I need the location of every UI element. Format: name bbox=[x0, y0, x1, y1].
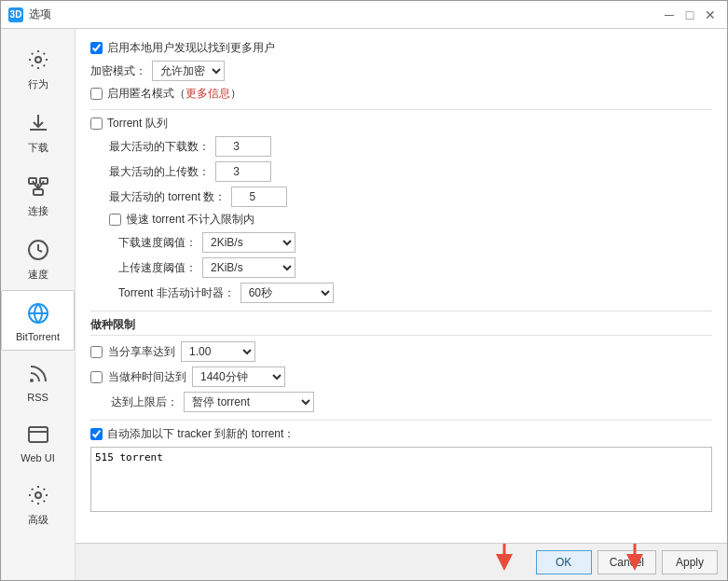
dl-threshold-select[interactable]: 2KiB/s bbox=[202, 232, 295, 253]
connection-icon bbox=[23, 172, 53, 201]
divider-2 bbox=[90, 311, 712, 311]
close-button[interactable]: ✕ bbox=[701, 6, 720, 24]
max-torrents-input[interactable] bbox=[231, 187, 287, 207]
seed-time-select[interactable]: 1440分钟 bbox=[192, 367, 285, 387]
main-panel: 启用本地用户发现以找到更多用户 加密模式： 允许加密 启用匿名模式（更多信息） bbox=[76, 29, 727, 580]
titlebar: 3D 选项 ─ □ ✕ bbox=[1, 1, 727, 29]
seed-time-label[interactable]: 当做种时间达到 bbox=[108, 369, 186, 385]
anonymous-more-link[interactable]: 更多信息 bbox=[185, 87, 230, 100]
ul-threshold-label: 上传速度阈值： bbox=[118, 260, 197, 276]
torrent-queue-section: Torrent 队列 最大活动的下载数： 最大活动的上传数： 最大活动的 tor… bbox=[90, 116, 712, 303]
auto-tracker-section: 自动添加以下 tracker 到新的 torrent： 515 torrent bbox=[90, 426, 712, 515]
anonymous-label: 启用匿名模式（更多信息） bbox=[107, 86, 241, 102]
titlebar-left: 3D 选项 bbox=[8, 7, 51, 22]
inactive-timer-select[interactable]: 60秒 bbox=[240, 283, 334, 303]
seed-time-row: 当做种时间达到 1440分钟 bbox=[90, 367, 712, 387]
sidebar-item-download[interactable]: 下载 bbox=[1, 100, 75, 163]
share-ratio-checkbox[interactable] bbox=[90, 346, 103, 358]
auto-tracker-checkbox[interactable] bbox=[90, 428, 103, 440]
encryption-row: 加密模式： 允许加密 bbox=[90, 61, 712, 81]
bottom-bar: OK Cancel Apply bbox=[76, 543, 727, 580]
content-area: 行为 下载 连接 速度 bbox=[1, 29, 727, 580]
sidebar-item-bittorrent[interactable]: BitTorrent bbox=[1, 290, 75, 351]
svg-point-0 bbox=[35, 57, 41, 62]
sidebar-item-connection[interactable]: 连接 bbox=[1, 163, 75, 227]
limit-action-row: 达到上限后： 暂停 torrent bbox=[90, 392, 712, 412]
window-controls: ─ □ ✕ bbox=[660, 6, 720, 24]
rss-icon bbox=[23, 359, 53, 389]
speed-icon bbox=[23, 235, 53, 265]
connection-label: 连接 bbox=[28, 204, 48, 218]
svg-point-9 bbox=[31, 380, 33, 381]
max-torrents-label: 最大活动的 torrent 数： bbox=[109, 189, 226, 205]
local-discovery-row: 启用本地用户发现以找到更多用户 bbox=[90, 40, 712, 56]
ok-button[interactable]: OK bbox=[536, 550, 592, 574]
download-icon bbox=[23, 108, 53, 138]
app-icon: 3D bbox=[8, 7, 23, 22]
bittorrent-label: BitTorrent bbox=[16, 331, 60, 342]
divider-3 bbox=[90, 420, 712, 421]
divider-1 bbox=[90, 109, 712, 110]
svg-point-12 bbox=[35, 492, 41, 498]
limit-action-select[interactable]: 暂停 torrent bbox=[184, 392, 314, 412]
webui-icon bbox=[23, 420, 53, 450]
max-downloads-input[interactable] bbox=[215, 136, 271, 157]
slow-torrent-row: 慢速 torrent 不计入限制内 bbox=[109, 212, 712, 228]
inactive-timer-label: Torrent 非活动计时器： bbox=[118, 285, 235, 301]
ok-arrow-indicator bbox=[486, 544, 542, 572]
svg-rect-10 bbox=[29, 427, 48, 442]
encryption-label: 加密模式： bbox=[90, 63, 146, 79]
apply-button[interactable]: Apply bbox=[662, 550, 718, 574]
encryption-select[interactable]: 允许加密 bbox=[152, 61, 225, 81]
auto-tracker-label[interactable]: 自动添加以下 tracker 到新的 torrent： bbox=[107, 426, 295, 442]
ul-threshold-select[interactable]: 2KiB/s bbox=[202, 257, 295, 278]
behavior-icon bbox=[23, 45, 53, 75]
max-uploads-input[interactable] bbox=[215, 161, 271, 182]
advanced-icon bbox=[23, 480, 53, 510]
share-ratio-select[interactable]: 1.00 bbox=[181, 341, 255, 362]
behavior-label: 行为 bbox=[28, 77, 48, 91]
dl-threshold-row: 下载速度阈值： 2KiB/s bbox=[118, 232, 712, 253]
anonymous-checkbox[interactable] bbox=[90, 88, 103, 100]
anonymous-row: 启用匿名模式（更多信息） bbox=[90, 86, 712, 102]
rss-label: RSS bbox=[27, 392, 48, 403]
webui-label: Web UI bbox=[21, 452, 54, 463]
seed-time-checkbox[interactable] bbox=[90, 371, 103, 383]
max-uploads-label: 最大活动的上传数： bbox=[109, 164, 210, 180]
seeding-limits-section: 做种限制 当分享率达到 1.00 当做种时间达到 1440分钟 bbox=[90, 317, 712, 412]
sidebar-item-behavior[interactable]: 行为 bbox=[1, 36, 75, 100]
seeding-limits-title: 做种限制 bbox=[90, 317, 712, 336]
sidebar-item-speed[interactable]: 速度 bbox=[1, 227, 75, 290]
bittorrent-icon bbox=[23, 298, 53, 328]
slow-torrent-checkbox[interactable] bbox=[109, 214, 121, 226]
local-discovery-label[interactable]: 启用本地用户发现以找到更多用户 bbox=[107, 40, 275, 56]
max-downloads-row: 最大活动的下载数： bbox=[109, 136, 712, 157]
sidebar: 行为 下载 连接 速度 bbox=[1, 29, 76, 580]
slow-torrent-label[interactable]: 慢速 torrent 不计入限制内 bbox=[127, 212, 254, 228]
sidebar-item-rss[interactable]: RSS bbox=[1, 351, 75, 411]
tracker-textarea[interactable]: 515 torrent bbox=[90, 447, 712, 512]
share-ratio-row: 当分享率达到 1.00 bbox=[90, 341, 712, 362]
advanced-label: 高级 bbox=[28, 513, 48, 527]
torrent-queue-label[interactable]: Torrent 队列 bbox=[107, 116, 168, 131]
max-downloads-label: 最大活动的下载数： bbox=[109, 139, 210, 155]
ul-threshold-row: 上传速度阈值： 2KiB/s bbox=[118, 257, 712, 278]
minimize-button[interactable]: ─ bbox=[660, 6, 679, 24]
share-ratio-label[interactable]: 当分享率达到 bbox=[108, 344, 175, 360]
settings-scroll[interactable]: 启用本地用户发现以找到更多用户 加密模式： 允许加密 启用匿名模式（更多信息） bbox=[76, 29, 727, 543]
local-discovery-section: 启用本地用户发现以找到更多用户 加密模式： 允许加密 启用匿名模式（更多信息） bbox=[90, 40, 712, 102]
cancel-button[interactable]: Cancel bbox=[598, 550, 656, 574]
inactive-timer-row: Torrent 非活动计时器： 60秒 bbox=[118, 283, 712, 303]
download-label: 下载 bbox=[28, 141, 48, 155]
svg-rect-3 bbox=[34, 189, 43, 195]
torrent-queue-checkbox[interactable] bbox=[90, 118, 103, 130]
local-discovery-checkbox[interactable] bbox=[90, 42, 103, 54]
maximize-button[interactable]: □ bbox=[680, 6, 699, 24]
torrent-queue-row: Torrent 队列 bbox=[90, 116, 712, 131]
max-uploads-row: 最大活动的上传数： bbox=[109, 161, 712, 182]
window-title: 选项 bbox=[29, 7, 51, 22]
sidebar-item-advanced[interactable]: 高级 bbox=[1, 472, 75, 535]
limit-reached-label: 达到上限后： bbox=[111, 394, 178, 410]
auto-tracker-row: 自动添加以下 tracker 到新的 torrent： bbox=[90, 426, 712, 442]
sidebar-item-webui[interactable]: Web UI bbox=[1, 411, 75, 472]
